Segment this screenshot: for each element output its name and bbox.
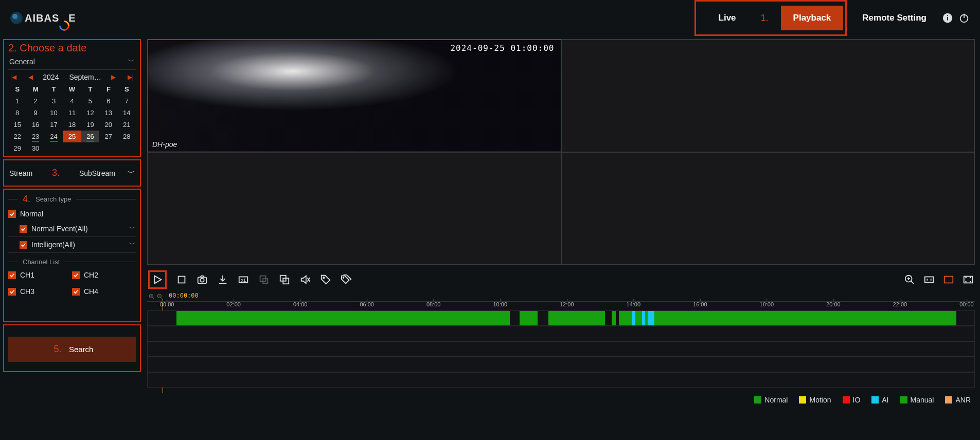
- timeline-cursor[interactable]: 00:00:00: [169, 292, 199, 299]
- channel-checkbox[interactable]: CH4: [72, 284, 136, 299]
- calendar-next-icon[interactable]: ▶: [109, 74, 118, 81]
- stop-button[interactable]: [176, 274, 187, 285]
- calendar-day[interactable]: 26: [81, 131, 99, 142]
- calendar-day[interactable]: 20: [99, 119, 117, 131]
- calendar-day[interactable]: 25: [63, 131, 81, 142]
- channel-checkbox[interactable]: CH1: [8, 268, 72, 282]
- zoom-in-button[interactable]: [904, 274, 915, 285]
- dropdown-normal-event[interactable]: Normal Event(All) ﹀: [8, 221, 136, 237]
- calendar-day[interactable]: 21: [118, 119, 136, 131]
- timeline-tick: 02:00: [226, 301, 241, 307]
- calendar-day[interactable]: 15: [8, 119, 26, 131]
- calendar-month[interactable]: Septem…: [69, 73, 101, 81]
- download-button[interactable]: [217, 274, 228, 285]
- channel-checkbox[interactable]: CH2: [72, 268, 136, 282]
- checkbox-icon: [8, 271, 16, 279]
- calendar-day[interactable]: 17: [45, 119, 63, 131]
- channel-label: CH3: [20, 287, 34, 296]
- legend-item: Motion: [799, 396, 831, 404]
- calendar-day[interactable]: 2: [26, 95, 44, 107]
- calendar-day[interactable]: 27: [99, 131, 117, 142]
- stream-value: SubStream: [79, 169, 115, 177]
- calendar-day[interactable]: 5: [81, 95, 99, 107]
- video-cell-1[interactable]: 2024-09-25 01:00:00 DH-poe: [148, 40, 561, 152]
- calendar-day[interactable]: 3: [45, 95, 63, 107]
- video-cell-3[interactable]: [148, 152, 561, 265]
- fullscreen-button[interactable]: [963, 274, 974, 285]
- calendar-day[interactable]: 1: [8, 95, 26, 107]
- power-icon[interactable]: [958, 12, 970, 24]
- legend-swatch: [900, 396, 907, 404]
- calendar-day[interactable]: 6: [99, 95, 117, 107]
- channel-label: CH2: [84, 271, 98, 279]
- calendar-day[interactable]: 13: [99, 107, 117, 119]
- timeline-legend: NormalMotionIOAIManualANR: [147, 388, 975, 406]
- annotation-box-1: Live 1. Playback: [694, 0, 847, 36]
- svg-text:x1: x1: [241, 278, 246, 283]
- channel-label: CH1: [20, 271, 34, 279]
- calendar-day[interactable]: 24: [45, 131, 63, 142]
- mute-button[interactable]: [299, 274, 311, 285]
- calendar-day[interactable]: 12: [81, 107, 99, 119]
- search-button[interactable]: 5. Search: [8, 337, 136, 362]
- calendar-day[interactable]: 9: [26, 107, 44, 119]
- intelligent-label: Intelligent(All): [31, 241, 75, 249]
- calendar-day[interactable]: 30: [26, 142, 44, 154]
- calendar-day: [63, 142, 81, 154]
- snapshot-button[interactable]: [197, 274, 208, 285]
- timeline-segment: [548, 311, 604, 325]
- tags-button[interactable]: [341, 274, 352, 285]
- timeline-track-5[interactable]: [147, 372, 975, 388]
- channel-checkbox[interactable]: CH3: [8, 284, 72, 299]
- calendar-day[interactable]: 4: [63, 95, 81, 107]
- timeline-track-2[interactable]: [147, 326, 975, 341]
- calendar-day[interactable]: 18: [63, 119, 81, 131]
- calendar-day[interactable]: 7: [118, 95, 136, 107]
- timeline-track-1[interactable]: [147, 310, 975, 326]
- calendar-last-icon[interactable]: ▶|: [126, 74, 136, 81]
- calendar-day[interactable]: 28: [118, 131, 136, 142]
- timeline-track-4[interactable]: [147, 357, 975, 372]
- general-dropdown[interactable]: General ﹀: [8, 54, 136, 70]
- calendar-dow: S: [118, 83, 136, 95]
- timeline-zoom-in-icon[interactable]: [148, 293, 155, 300]
- timeline[interactable]: 00:00:00 00:0002:0004:0006:0008:0010:001…: [147, 294, 975, 388]
- aspect-ratio-button[interactable]: [923, 274, 935, 285]
- calendar-day[interactable]: 10: [45, 107, 63, 119]
- annotation-5: 5.: [54, 344, 62, 354]
- video-cell-4[interactable]: [561, 152, 975, 265]
- play-button[interactable]: [152, 274, 163, 285]
- speed-button[interactable]: x1: [238, 274, 249, 285]
- dropdown-intelligent[interactable]: Intelligent(All) ﹀: [8, 237, 136, 253]
- multi-window-button[interactable]: [279, 274, 290, 285]
- tag-button[interactable]: [320, 274, 331, 285]
- nav-playback[interactable]: Playback: [781, 6, 844, 30]
- calendar-prev-icon[interactable]: ◀: [26, 74, 35, 81]
- calendar-dow: W: [63, 83, 81, 95]
- annotation-4: 4.: [23, 194, 30, 205]
- timeline-segment: [520, 311, 538, 325]
- legend-item: Normal: [754, 396, 788, 404]
- calendar-day[interactable]: 22: [8, 131, 26, 142]
- calendar-day[interactable]: 16: [26, 119, 44, 131]
- calendar-first-icon[interactable]: |◀: [8, 74, 19, 81]
- timeline-track-3[interactable]: [147, 341, 975, 357]
- nav-remote-setting[interactable]: Remote Setting: [862, 6, 926, 30]
- calendar-day[interactable]: 11: [63, 107, 81, 119]
- timeline-ruler[interactable]: 00:0002:0004:0006:0008:0010:0012:0014:00…: [147, 301, 975, 310]
- legend-swatch: [871, 396, 879, 404]
- checkbox-normal[interactable]: Normal: [8, 207, 136, 221]
- video-cell-2[interactable]: [561, 40, 975, 152]
- calendar-day[interactable]: 29: [8, 142, 26, 154]
- calendar-day[interactable]: 8: [8, 107, 26, 119]
- stream-select[interactable]: SubStream ﹀: [79, 169, 135, 178]
- nav-live[interactable]: Live: [706, 6, 749, 30]
- calendar-year[interactable]: 2024: [43, 73, 59, 81]
- calendar-day[interactable]: 14: [118, 107, 136, 119]
- info-icon[interactable]: [942, 12, 953, 24]
- svg-rect-1: [947, 17, 948, 20]
- calendar-day[interactable]: 19: [81, 119, 99, 131]
- layout-single-button[interactable]: [943, 274, 954, 285]
- search-button-label: Search: [69, 345, 94, 354]
- calendar-day[interactable]: 23: [26, 131, 44, 142]
